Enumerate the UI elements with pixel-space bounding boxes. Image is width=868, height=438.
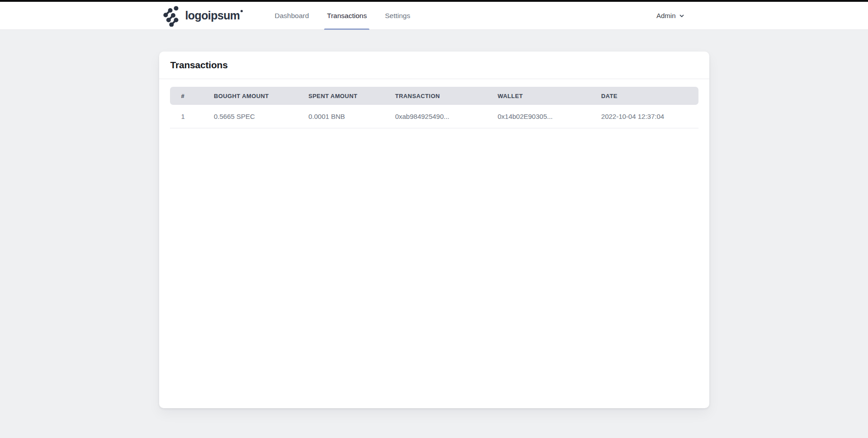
cell-wallet-address: 0x14b02E90305... (486, 105, 590, 128)
navbar-spacer (419, 2, 656, 29)
brand-wordmark: logoipsum (185, 9, 243, 22)
transactions-card: Transactions # BOUGHT AMOUNT SPENT AMOUN… (159, 52, 709, 408)
card-header: Transactions (159, 52, 709, 79)
nav-item-dashboard[interactable]: Dashboard (272, 2, 311, 29)
table-row: 1 0.5665 SPEC 0.0001 BNB 0xab984925490..… (170, 105, 698, 128)
column-header-wallet: WALLET (486, 87, 590, 105)
brand-logo[interactable]: logoipsum (160, 2, 243, 29)
page-title: Transactions (170, 60, 228, 71)
nav-item-transactions[interactable]: Transactions (324, 2, 369, 29)
column-header-bought-amount: BOUGHT AMOUNT (203, 87, 297, 105)
nav-item-settings[interactable]: Settings (382, 2, 413, 29)
cell-bought-amount: 0.5665 SPEC (203, 105, 297, 128)
cell-spent-amount: 0.0001 BNB (297, 105, 384, 128)
logoipsum-dots-icon (160, 5, 181, 27)
navbar: logoipsum Dashboard Transactions Setting… (0, 2, 868, 30)
card-body: # BOUGHT AMOUNT SPENT AMOUNT TRANSACTION… (159, 79, 709, 139)
column-header-spent-amount: SPENT AMOUNT (297, 87, 384, 105)
cell-date: 2022-10-04 12:37:04 (590, 105, 698, 128)
main-nav: Dashboard Transactions Settings (265, 2, 419, 29)
brand-dot (241, 10, 243, 12)
admin-dropdown[interactable]: Admin (656, 2, 684, 29)
column-header-transaction: TRANSACTION (384, 87, 486, 105)
chevron-down-icon (679, 13, 684, 19)
table-header-row: # BOUGHT AMOUNT SPENT AMOUNT TRANSACTION… (170, 87, 698, 105)
column-header-date: DATE (590, 87, 698, 105)
cell-transaction-hash: 0xab984925490... (384, 105, 486, 128)
page-content: Transactions # BOUGHT AMOUNT SPENT AMOUN… (0, 30, 868, 408)
column-header-index: # (170, 87, 203, 105)
transactions-table: # BOUGHT AMOUNT SPENT AMOUNT TRANSACTION… (170, 87, 698, 128)
cell-index: 1 (170, 105, 203, 128)
admin-dropdown-label: Admin (656, 12, 676, 19)
